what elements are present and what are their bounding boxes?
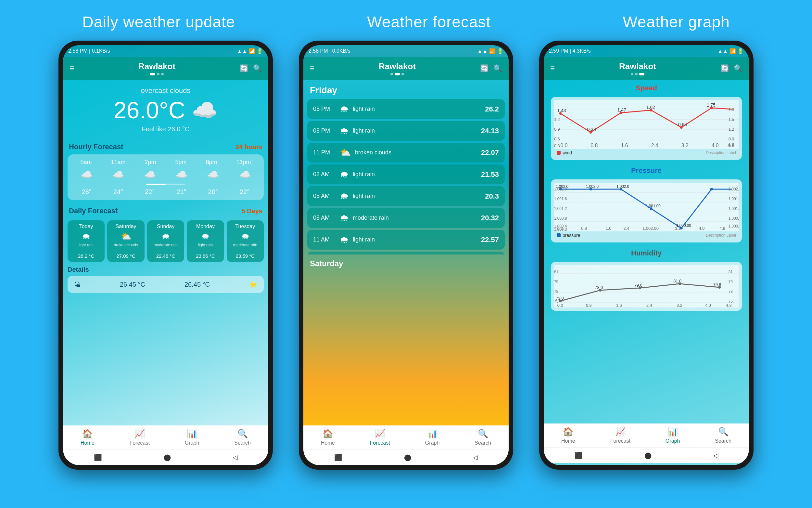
pressure-chart-section: 0.0 0.8 1.6 2.4 1,002.00 3.2 4.0 4.8 [551,179,742,243]
fi-temp: 20.3 [485,192,499,201]
pressure-legend: pressure [563,233,580,238]
hw-back-3[interactable]: ◁ [713,452,718,459]
refresh-icon-1[interactable]: 🔄 [240,65,248,73]
daily-day: Monday [188,224,223,229]
bottom-nav-home[interactable]: 🏠 Home [81,429,95,446]
refresh-icon-2[interactable]: 🔄 [480,65,489,73]
menu-icon-1[interactable]: ☰ [69,65,74,72]
forecast-item[interactable]: 02 PM 🌧 light rain 26.14 [307,252,505,254]
search-icon-1[interactable]: 🔍 [253,65,262,73]
friday-header: Friday [303,80,509,98]
daily-temp: 27.09 °C [108,253,143,259]
svg-text:0.66: 0.66 [678,122,687,127]
fi-temp: 24.13 [481,127,499,135]
daily-card[interactable]: Saturday ⛅ broken clouds 27.09 °C [107,220,144,262]
fi-time: 08 PM [313,127,336,134]
daily-card[interactable]: Tuesday 🌧 moderate rain 23.59 °C [227,220,264,262]
forecast-item[interactable]: 08 PM 🌧 light rain 24.13 [307,121,505,141]
daily-card[interactable]: Today 🌧 light rain 26.2 °C [67,220,105,262]
forecast-item[interactable]: 11 AM 🌧 light rain 22.57 [307,230,505,250]
saturday-header: Saturday [303,256,509,269]
fi-time: 08 AM [313,214,336,221]
daily-day: Sunday [148,224,183,229]
daily-icon: ⛅ [108,231,143,242]
daily-link[interactable]: 5 Days [242,207,263,215]
bottom-nav-graph[interactable]: 📊 Graph [666,427,680,444]
menu-icon-2[interactable]: ☰ [310,65,315,72]
nav-label-forecast: Forecast [370,440,390,446]
search-icon-2[interactable]: 🔍 [493,65,502,73]
menu-icon-3[interactable]: ☰ [550,65,555,72]
svg-text:0.9: 0.9 [728,136,734,141]
city-name-3: Rawlakot [619,61,656,72]
svg-text:1,000.0: 1,000.0 [554,227,567,231]
speed-chart-section: 0.0 0.8 1.6 2.4 3.2 4.0 4.8 [551,97,742,160]
hourly-card: 5am11am2pm5pm8pm11pm ☁️☁️☁️☁️☁️☁️ 26°24°… [67,155,264,200]
weather-icon: ☁️ [192,98,218,123]
search-icon-3[interactable]: 🔍 [734,65,743,73]
nav-label-home: Home [561,438,575,444]
svg-text:1,000.4: 1,000.4 [728,224,738,228]
svg-text:1,002.00: 1,002.00 [642,226,659,231]
hw-square-1[interactable]: ⬛ [94,453,102,461]
status-time-2: 2:58 PM | 0.0KB/s [308,48,350,54]
fi-temp: 21.53 [481,170,499,179]
daily-card[interactable]: Sunday 🌧 moderate rain 22.48 °C [147,220,184,262]
fi-label: light rain [353,193,485,200]
bottom-nav-graph[interactable]: 📊 Graph [185,429,199,446]
bottom-nav-home[interactable]: 🏠 Home [321,429,335,446]
hw-back-2[interactable]: ◁ [473,453,478,461]
status-time-3: 2:59 PM | 4.3KB/s [549,48,591,54]
forecast-item[interactable]: 05 PM 🌧 light rain 26.2 [307,99,505,119]
city-name-1: Rawlakot [138,61,176,72]
hw-circle-3[interactable]: ⬤ [644,452,652,459]
hourly-temp: 24° [113,188,123,196]
forecast-item[interactable]: 02 AM 🌧 light rain 21.53 [307,164,505,184]
phone-forecast: 2:58 PM | 0.0KB/s ▲▲ 📶 🔋 ☰ Rawlakot 🔄 🔍 … [299,41,513,470]
refresh-icon-3[interactable]: 🔄 [720,65,729,73]
daily-label: broken clouds [108,243,143,252]
forecast-item[interactable]: 11 PM ⛅ broken clouds 22.07 [307,143,505,163]
svg-text:1.2: 1.2 [554,117,560,122]
bottom-nav-forecast[interactable]: 📈 Forecast [130,429,150,446]
svg-text:1,002.0: 1,002.0 [586,184,599,189]
fi-icon: 🌧 [340,125,349,136]
svg-text:4.0: 4.0 [699,226,705,231]
nav-icon-graph: 📊 [667,427,678,437]
hw-square-2[interactable]: ⬛ [334,453,342,461]
weather-desc: overcast clouds [69,86,262,95]
bottom-nav-search[interactable]: 🔍 Search [475,429,491,446]
daily-card[interactable]: Monday 🌧 light rain 23.86 °C [187,220,224,262]
svg-text:0.6: 0.6 [554,136,560,141]
nav-icon-search: 🔍 [237,429,248,439]
hw-circle-2[interactable]: ⬤ [404,453,411,461]
bottom-nav-home[interactable]: 🏠 Home [561,427,575,444]
daily-temp: 23.59 °C [228,253,262,259]
svg-text:1.75: 1.75 [707,102,716,108]
svg-text:0.8: 0.8 [591,143,598,148]
forecast-item[interactable]: 08 AM 🌧 moderate rain 20.32 [307,208,505,228]
detail-right: 26.45 °C [185,281,210,288]
forecast-item[interactable]: 05 AM 🌧 light rain 20.3 [307,186,505,206]
nav-icon-home: 🏠 [82,429,93,439]
nav-label-search: Search [234,440,251,446]
svg-text:1.2: 1.2 [728,127,734,132]
hw-square-3[interactable]: ⬛ [575,452,583,459]
fi-time: 02 AM [313,171,336,178]
bottom-nav-search[interactable]: 🔍 Search [234,429,251,446]
bottom-nav-graph[interactable]: 📊 Graph [425,429,439,446]
hw-circle-1[interactable]: ⬤ [164,453,171,461]
hourly-time: 11am [111,159,125,166]
bottom-nav-forecast[interactable]: 📈 Forecast [370,429,390,446]
bottom-nav-search[interactable]: 🔍 Search [715,427,731,444]
bottom-nav-forecast[interactable]: 📈 Forecast [610,427,630,444]
hourly-link[interactable]: 24 hours [236,143,262,151]
svg-text:78: 78 [554,289,558,294]
fi-time: 11 PM [313,149,336,156]
hw-back-1[interactable]: ◁ [233,453,237,461]
svg-text:0.9: 0.9 [554,127,560,132]
svg-text:1,000.8: 1,000.8 [728,216,738,221]
fi-temp: 22.07 [481,149,499,157]
daily-icon: 🌧 [228,231,262,242]
hourly-icon: ☁️ [176,169,187,180]
